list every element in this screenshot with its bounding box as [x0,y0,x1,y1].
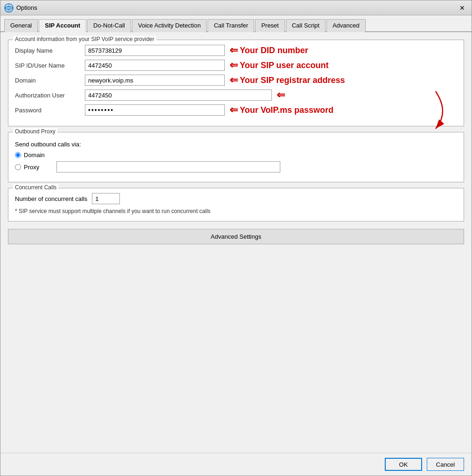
sip-id-input[interactable] [85,60,225,71]
sip-id-row: SIP ID/User Name ⇐ Your SIP user account [15,60,457,71]
concurrent-calls-label: Number of concurrent calls [15,195,87,202]
domain-row: Domain ⇐ Your SIP registrar address [15,75,457,86]
concurrent-calls-group: Concurrent Calls Number of concurrent ca… [8,188,464,221]
window-icon [4,3,14,13]
tab-voice-activity-detection[interactable]: Voice Activity Detection [132,19,207,32]
window-title: Options [16,4,457,11]
domain-radio-label: Domain [24,152,52,159]
tab-general[interactable]: General [4,19,38,32]
account-info-title: Account information from your SIP VoIP s… [13,36,156,42]
domain-input[interactable] [85,75,225,86]
close-button[interactable]: ✕ [457,3,468,13]
send-via-label: Send outbound calls via: [15,141,81,148]
sip-id-label: SIP ID/User Name [15,62,85,69]
spacer [8,250,464,445]
arrow-icon-2: ⇐ [229,60,238,70]
proxy-radio[interactable] [15,164,21,170]
password-input[interactable] [85,104,225,116]
password-row: Password ⇐ Your VoIP.ms password [15,104,457,116]
proxy-radio-label: Proxy [24,164,52,171]
display-name-input[interactable] [85,45,225,56]
domain-radio-row: Domain [15,152,457,159]
concurrent-calls-title: Concurrent Calls [13,184,58,191]
button-bar: OK Cancel [0,453,472,476]
display-name-annotation-text: Your DID number [240,46,308,55]
password-annotation-text: Your VoIP.ms password [240,105,333,115]
outbound-proxy-group: Outbound Proxy Send outbound calls via: … [8,132,464,182]
ok-button[interactable]: OK [385,458,422,471]
outbound-proxy-title: Outbound Proxy [13,128,57,135]
display-name-row: Display Name ⇐ Your DID number [15,45,457,56]
auth-user-annotation: ⇐ [277,90,457,100]
concurrent-calls-note: * SIP service must support multiple chan… [15,208,457,214]
tab-preset[interactable]: Preset [255,19,285,32]
main-content: Account information from your SIP VoIP s… [0,32,472,453]
auth-user-input[interactable] [85,90,272,101]
concurrent-calls-row: Number of concurrent calls [15,193,457,204]
password-label: Password [15,107,85,114]
account-info-group: Account information from your SIP VoIP s… [8,40,464,126]
cancel-button[interactable]: Cancel [427,458,464,471]
title-bar: Options ✕ [0,0,472,15]
tab-bar: General SIP Account Do-Not-Call Voice Ac… [0,15,472,32]
auth-user-label: Authorization User [15,92,85,99]
concurrent-calls-input[interactable] [92,193,120,204]
advanced-settings-button[interactable]: Advanced Settings [8,229,464,244]
tab-call-script[interactable]: Call Script [286,19,326,32]
display-name-label: Display Name [15,47,85,54]
domain-annotation: ⇐ Your SIP registrar address [229,75,457,85]
proxy-radio-row: Proxy [15,161,457,172]
display-name-annotation: ⇐ Your DID number [229,45,457,55]
options-window: Options ✕ General SIP Account Do-Not-Cal… [0,0,472,476]
domain-radio[interactable] [15,152,21,158]
auth-user-row: Authorization User ⇐ [15,90,457,101]
arrow-icon-5: ⇐ [229,105,238,115]
domain-annotation-text: Your SIP registrar address [240,76,345,85]
sip-id-annotation: ⇐ Your SIP user account [229,60,457,70]
tab-sip-account[interactable]: SIP Account [39,19,86,32]
arrow-icon-3: ⇐ [229,75,238,85]
tab-call-transfer[interactable]: Call Transfer [208,19,254,32]
arrow-icon-4: ⇐ [277,90,285,100]
password-annotation: ⇐ Your VoIP.ms password [229,105,457,115]
tab-do-not-call[interactable]: Do-Not-Call [87,19,131,32]
tab-advanced[interactable]: Advanced [326,19,366,32]
sip-id-annotation-text: Your SIP user account [240,61,328,70]
domain-label: Domain [15,77,85,84]
outbound-proxy-radio-group: Send outbound calls via: Domain Proxy [15,141,457,172]
arrow-icon: ⇐ [229,45,238,55]
proxy-input[interactable] [56,161,280,172]
